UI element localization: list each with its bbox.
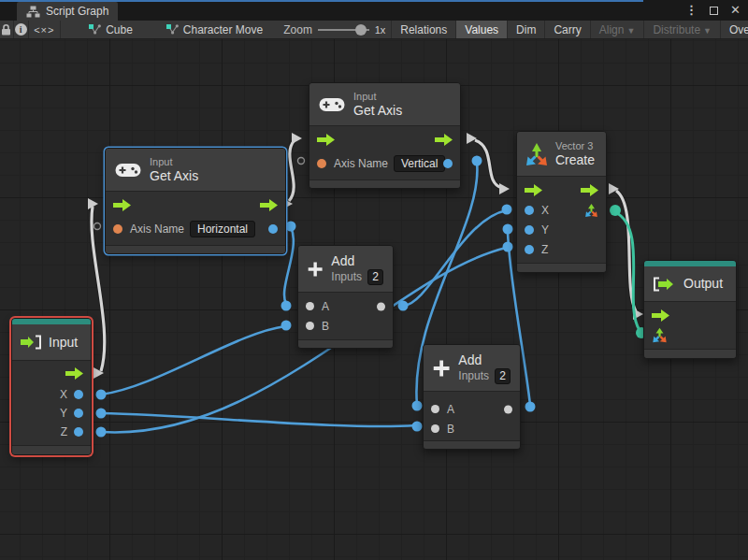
inputs-label: Inputs — [331, 271, 362, 283]
overview-button[interactable]: Overv — [720, 21, 748, 39]
axis-name-field[interactable]: Vertical — [394, 155, 445, 172]
node-get-axis-vertical[interactable]: Input Get Axis Axis Name Vertical — [309, 82, 461, 189]
values-button[interactable]: Values — [455, 21, 507, 39]
node-title: Add — [331, 253, 383, 269]
port-label: X — [541, 204, 549, 217]
window-menu-icon[interactable]: ⋮ — [685, 0, 698, 21]
node-title: Input — [49, 335, 78, 351]
axis-name-port[interactable] — [113, 224, 122, 234]
x-out-port[interactable] — [74, 390, 83, 399]
value-out-port[interactable] — [268, 224, 278, 234]
value-out-port[interactable] — [443, 159, 453, 168]
close-icon[interactable]: ✕ — [730, 0, 741, 21]
inputs-count-field[interactable]: 2 — [495, 368, 511, 384]
flow-out-port[interactable] — [260, 199, 278, 211]
sum-out-port[interactable] — [377, 302, 385, 310]
node-footer — [106, 245, 285, 253]
input-a-port[interactable] — [431, 405, 439, 413]
node-vector3-create[interactable]: Vector 3 Create X Y Z — [516, 131, 607, 273]
input-event-icon — [20, 335, 42, 350]
input-a-port[interactable] — [306, 302, 314, 310]
flow-in-port[interactable] — [113, 199, 131, 211]
node-title: Get Axis — [353, 103, 402, 119]
zoom-slider[interactable] — [318, 21, 369, 39]
node-output-event[interactable]: Output — [643, 260, 737, 359]
breadcrumb-label: Character Move — [183, 23, 263, 36]
node-title: Output — [683, 276, 723, 292]
info-icon: i — [15, 23, 27, 36]
node-title: Get Axis — [150, 168, 198, 184]
node-category: Input — [150, 156, 198, 168]
flow-in-port[interactable] — [525, 184, 542, 196]
tab-label: Script Graph — [46, 5, 108, 18]
relations-button[interactable]: Relations — [391, 21, 455, 39]
zoom-value: 1x — [375, 24, 386, 36]
flow-in-port[interactable] — [317, 134, 335, 146]
inputs-count-field[interactable]: 2 — [367, 269, 383, 285]
info-button[interactable]: i — [14, 21, 29, 39]
y-out-port[interactable] — [74, 409, 83, 418]
port-label: A — [322, 300, 329, 313]
port-label: B — [447, 423, 454, 436]
inputs-label: Inputs — [458, 370, 489, 382]
breadcrumb-label: Cube — [106, 23, 133, 36]
node-footer — [12, 445, 91, 454]
graph-toolbar: i <×> Cube Character Move Zoom — [0, 21, 748, 39]
axis-name-port[interactable] — [317, 159, 326, 168]
script-graph-icon — [26, 6, 40, 18]
z-in-port[interactable] — [525, 245, 534, 254]
breadcrumb-graph-character-move[interactable]: Character Move — [159, 21, 270, 39]
gamepad-icon — [319, 96, 345, 113]
node-add-1[interactable]: Add Inputs 2 A B — [297, 245, 394, 349]
flow-in-port[interactable] — [652, 309, 669, 322]
lock-icon — [1, 23, 11, 36]
vector3-in-port[interactable] — [652, 327, 668, 343]
node-category: Input — [353, 91, 402, 103]
node-footer — [309, 179, 460, 188]
lock-button[interactable] — [0, 21, 14, 39]
plus-icon — [308, 258, 323, 280]
graph-icon — [89, 24, 101, 35]
z-out-port[interactable] — [74, 427, 83, 437]
node-add-2[interactable]: Add Inputs 2 A B — [423, 344, 521, 450]
node-input-event[interactable]: Input X Y Z — [11, 318, 92, 455]
sum-out-port[interactable] — [504, 405, 512, 413]
port-label: Axis Name — [334, 157, 388, 170]
port-label: Z — [541, 243, 548, 256]
port-label: Y — [60, 407, 67, 420]
chevron-down-icon: ▼ — [626, 26, 635, 36]
zoom-slider-knob[interactable] — [355, 24, 367, 36]
port-label: Z — [61, 425, 67, 438]
maximize-icon[interactable] — [710, 7, 718, 15]
chevron-down-icon: ▼ — [703, 26, 712, 36]
dim-button[interactable]: Dim — [507, 21, 544, 39]
node-title: Add — [458, 352, 511, 368]
x-in-port[interactable] — [525, 206, 534, 215]
input-b-port[interactable] — [306, 322, 314, 330]
distribute-dropdown[interactable]: Distribute▼ — [643, 21, 720, 39]
axis-name-field[interactable]: Horizontal — [190, 221, 255, 237]
node-get-axis-horizontal[interactable]: Input Get Axis Axis Name Horizontal — [105, 148, 286, 254]
node-footer — [424, 440, 520, 449]
input-b-port[interactable] — [431, 424, 439, 433]
code-view-toggle[interactable]: <×> — [29, 21, 62, 39]
carry-button[interactable]: Carry — [544, 21, 589, 39]
port-label: B — [322, 320, 329, 333]
graph-icon — [166, 24, 179, 35]
flow-out-port[interactable] — [435, 134, 453, 146]
y-in-port[interactable] — [525, 225, 534, 235]
zoom-label: Zoom — [283, 23, 312, 36]
align-dropdown[interactable]: Align▼ — [590, 21, 644, 39]
gamepad-icon — [115, 162, 141, 179]
vector3-out-port[interactable] — [584, 203, 598, 217]
flow-out-port[interactable] — [581, 184, 598, 196]
plus-icon — [433, 357, 450, 380]
breadcrumb-graph-cube[interactable]: Cube — [81, 21, 140, 39]
node-footer — [298, 339, 393, 348]
output-event-icon — [652, 277, 676, 292]
flow-out-port[interactable] — [65, 367, 83, 380]
title-bar: Script Graph ⋮ ✕ — [0, 0, 748, 21]
tab-script-graph[interactable]: Script Graph — [17, 2, 118, 21]
node-title: Create — [555, 152, 595, 168]
port-label: A — [447, 403, 454, 416]
